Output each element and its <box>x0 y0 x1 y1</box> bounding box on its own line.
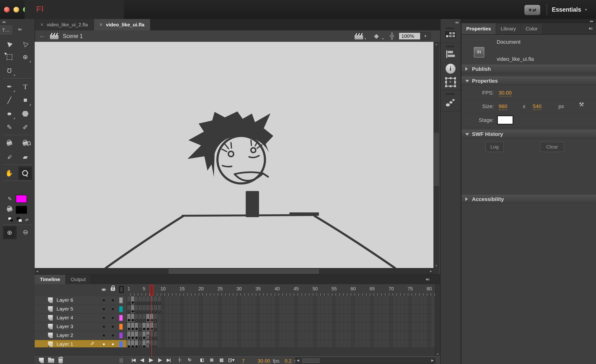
frame-cell[interactable] <box>370 331 374 340</box>
frame-cell[interactable] <box>268 331 271 340</box>
lock-layers-icon[interactable] <box>111 288 115 291</box>
frame-cell[interactable] <box>249 314 252 322</box>
layer-status-dot[interactable] <box>103 326 105 328</box>
frame-cell[interactable] <box>172 331 176 340</box>
timeline-horizontal-scrollbar[interactable]: ◀ ▶ <box>295 357 435 364</box>
frame-cell[interactable] <box>325 322 328 331</box>
frame-cell[interactable] <box>340 296 344 305</box>
frame-cell[interactable] <box>382 322 386 331</box>
frame-cell[interactable] <box>378 314 382 322</box>
workspace-switcher[interactable]: Essentials ▾ <box>552 0 587 19</box>
subselection-tool[interactable]: ◁ <box>19 37 32 49</box>
frame-cell[interactable] <box>389 305 393 313</box>
layer-row[interactable]: Layer 2 <box>35 331 440 340</box>
frame-cell[interactable] <box>172 322 176 331</box>
frame-cell[interactable] <box>172 305 176 313</box>
frame-cell[interactable] <box>351 305 355 313</box>
frame-cell[interactable] <box>134 314 138 322</box>
frame-cell[interactable] <box>203 322 207 331</box>
frame-cell[interactable] <box>393 331 397 340</box>
frame-cell[interactable] <box>393 314 397 322</box>
frame-cell[interactable] <box>287 331 291 340</box>
frame-cell[interactable] <box>355 322 359 331</box>
close-window-button[interactable] <box>4 7 10 13</box>
fps-value[interactable]: 30.00 <box>499 90 512 97</box>
frame-cell[interactable] <box>127 314 131 322</box>
frame-cell[interactable] <box>180 322 184 331</box>
frame-cell[interactable] <box>355 305 359 313</box>
zoom-out-option[interactable]: ⊖ <box>20 226 32 238</box>
frame-cell[interactable] <box>347 296 351 305</box>
frame-cell[interactable] <box>207 331 210 340</box>
frame-cell[interactable] <box>382 314 386 322</box>
layer-outline-color-swatch[interactable] <box>119 297 123 303</box>
frame-cell[interactable] <box>169 322 172 331</box>
frame-cell[interactable] <box>176 305 180 313</box>
frame-cell[interactable] <box>298 296 302 305</box>
frame-cell[interactable] <box>313 314 317 322</box>
frame-cell[interactable] <box>363 314 366 322</box>
frame-cell[interactable] <box>245 314 249 322</box>
frame-cell[interactable] <box>154 305 157 313</box>
frame-cell[interactable] <box>249 331 252 340</box>
layer-status-dot[interactable] <box>112 326 114 328</box>
hand-tool[interactable]: ✋ <box>3 167 15 179</box>
frame-cell[interactable] <box>237 314 241 322</box>
frame-cell[interactable] <box>397 322 401 331</box>
drag-handle[interactable] <box>446 28 455 29</box>
frame-cell[interactable] <box>237 322 241 331</box>
frame-cell[interactable] <box>424 305 427 313</box>
stroke-color-swatch[interactable] <box>16 195 27 203</box>
collapse-dock-icon[interactable]: ◀◀ <box>455 21 458 24</box>
close-tab-icon[interactable]: × <box>40 22 44 27</box>
frame-cell[interactable] <box>226 322 230 331</box>
frame-cell[interactable] <box>283 314 287 322</box>
motion-presets-panel-button[interactable] <box>440 97 460 107</box>
collapse-panel-icon[interactable]: ◀◀ <box>2 20 5 23</box>
frame-cell[interactable] <box>134 296 138 305</box>
frame-cell[interactable] <box>313 296 317 305</box>
frame-cell[interactable] <box>256 322 260 331</box>
swap-colors-button[interactable] <box>17 217 22 222</box>
stage-height-value[interactable]: 540 <box>533 103 542 110</box>
frame-cell[interactable] <box>138 314 142 322</box>
frame-cell[interactable] <box>268 296 271 305</box>
frame-cell[interactable] <box>363 331 366 340</box>
frame-cell[interactable] <box>214 296 218 305</box>
frame-cell[interactable] <box>321 305 325 313</box>
document-tab[interactable]: ×video_like_ui.fla <box>94 19 150 30</box>
frame-cell[interactable] <box>260 331 264 340</box>
sync-settings-button[interactable]: ✳⇄ <box>524 5 540 15</box>
frame-cell[interactable] <box>427 305 431 313</box>
zoom-tool[interactable] <box>19 167 32 180</box>
panel-menu-icon[interactable]: ▾≡ <box>426 277 429 282</box>
stage-canvas[interactable] <box>35 42 433 268</box>
frame-cell[interactable] <box>195 296 199 305</box>
frame-cell[interactable] <box>241 314 245 322</box>
center-frame-button[interactable]: ┼ <box>175 357 183 362</box>
frame-cell[interactable] <box>252 305 256 313</box>
frame-cell[interactable] <box>351 296 355 305</box>
layer-status-dot[interactable] <box>112 308 114 310</box>
frame-cell[interactable] <box>195 322 199 331</box>
frame-cell[interactable] <box>408 305 412 313</box>
delete-layer-button[interactable] <box>59 359 63 363</box>
frame-cell[interactable] <box>386 296 389 305</box>
frame-cell[interactable] <box>305 296 309 305</box>
frame-cell[interactable] <box>328 314 332 322</box>
frame-cell[interactable] <box>291 314 294 322</box>
frame-cell[interactable] <box>351 331 355 340</box>
frame-cell[interactable] <box>226 305 230 313</box>
frame-cell[interactable] <box>389 331 393 340</box>
layer-row[interactable]: Layer 4 <box>35 314 440 322</box>
layer-name-cell[interactable]: Layer 5 <box>35 305 127 313</box>
frame-cell[interactable] <box>131 305 134 313</box>
frame-cell[interactable] <box>366 331 370 340</box>
frame-cell[interactable] <box>218 322 222 331</box>
frame-cell[interactable] <box>241 322 245 331</box>
frame-cell[interactable] <box>355 314 359 322</box>
frame-cell[interactable] <box>317 322 321 331</box>
frame-cell[interactable] <box>131 322 134 331</box>
frame-cell[interactable] <box>370 322 374 331</box>
frame-cell[interactable] <box>332 305 336 313</box>
